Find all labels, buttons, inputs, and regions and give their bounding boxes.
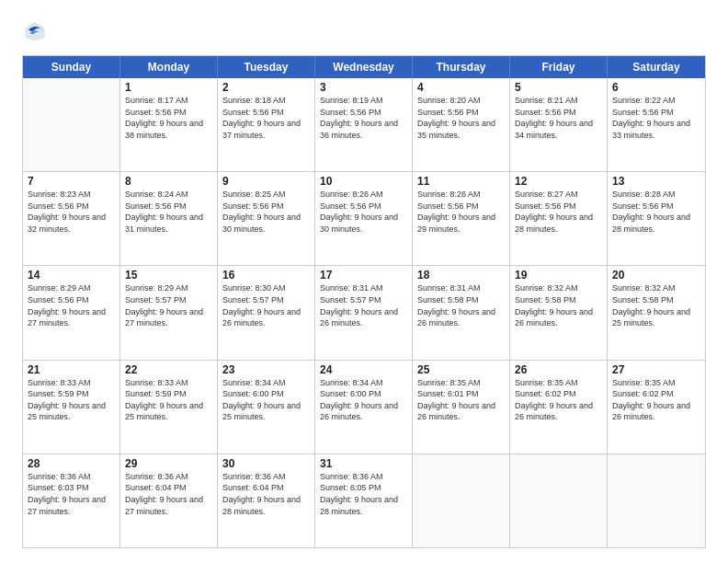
calendar-header-row: SundayMondayTuesdayWednesdayThursdayFrid… [23, 56, 705, 78]
cal-cell: 7Sunrise: 8:23 AMSunset: 5:56 PMDaylight… [23, 172, 120, 265]
cal-cell: 25Sunrise: 8:35 AMSunset: 6:01 PMDayligh… [413, 361, 510, 454]
sun-info: Sunrise: 8:33 AMSunset: 5:59 PMDaylight:… [125, 377, 212, 423]
day-number: 30 [222, 457, 310, 470]
sun-info: Sunrise: 8:32 AMSunset: 5:58 PMDaylight:… [515, 282, 602, 328]
sun-info: Sunrise: 8:26 AMSunset: 5:56 PMDaylight:… [320, 189, 407, 235]
sun-info: Sunrise: 8:27 AMSunset: 5:56 PMDaylight:… [515, 189, 602, 235]
day-number: 19 [515, 269, 602, 282]
cal-header-tuesday: Tuesday [218, 56, 315, 78]
day-number: 24 [320, 363, 407, 376]
day-number: 14 [28, 269, 115, 282]
cal-cell [23, 78, 120, 171]
cal-cell: 4Sunrise: 8:20 AMSunset: 5:56 PMDaylight… [413, 78, 510, 171]
cal-week-2: 7Sunrise: 8:23 AMSunset: 5:56 PMDaylight… [23, 171, 705, 265]
cal-cell: 17Sunrise: 8:31 AMSunset: 5:57 PMDayligh… [315, 266, 413, 359]
sun-info: Sunrise: 8:35 AMSunset: 6:02 PMDaylight:… [515, 377, 602, 423]
cal-week-1: 1Sunrise: 8:17 AMSunset: 5:56 PMDaylight… [23, 78, 705, 171]
day-number: 9 [222, 175, 310, 188]
cal-header-saturday: Saturday [608, 56, 705, 78]
day-number: 16 [222, 269, 310, 282]
cal-cell: 3Sunrise: 8:19 AMSunset: 5:56 PMDaylight… [315, 78, 413, 171]
day-number: 12 [515, 175, 602, 188]
cal-cell: 1Sunrise: 8:17 AMSunset: 5:56 PMDaylight… [120, 78, 218, 171]
sun-info: Sunrise: 8:34 AMSunset: 6:00 PMDaylight:… [222, 377, 310, 423]
sun-info: Sunrise: 8:36 AMSunset: 6:05 PMDaylight:… [320, 471, 407, 517]
day-number: 29 [125, 457, 212, 470]
sun-info: Sunrise: 8:23 AMSunset: 5:56 PMDaylight:… [28, 189, 115, 235]
cal-cell: 31Sunrise: 8:36 AMSunset: 6:05 PMDayligh… [315, 454, 413, 547]
day-number: 23 [222, 363, 310, 376]
sun-info: Sunrise: 8:28 AMSunset: 5:56 PMDaylight:… [612, 189, 700, 235]
calendar: SundayMondayTuesdayWednesdayThursdayFrid… [22, 55, 706, 548]
day-number: 1 [125, 81, 212, 94]
cal-cell [510, 454, 608, 547]
cal-cell: 15Sunrise: 8:29 AMSunset: 5:57 PMDayligh… [120, 266, 218, 359]
calendar-body: 1Sunrise: 8:17 AMSunset: 5:56 PMDaylight… [23, 78, 705, 547]
header [22, 18, 706, 44]
cal-cell: 30Sunrise: 8:36 AMSunset: 6:04 PMDayligh… [218, 454, 315, 547]
sun-info: Sunrise: 8:30 AMSunset: 5:57 PMDaylight:… [222, 282, 310, 328]
sun-info: Sunrise: 8:33 AMSunset: 5:59 PMDaylight:… [28, 377, 115, 423]
sun-info: Sunrise: 8:19 AMSunset: 5:56 PMDaylight:… [320, 95, 407, 141]
cal-header-thursday: Thursday [413, 56, 510, 78]
sun-info: Sunrise: 8:31 AMSunset: 5:58 PMDaylight:… [417, 282, 505, 328]
sun-info: Sunrise: 8:21 AMSunset: 5:56 PMDaylight:… [515, 95, 602, 141]
sun-info: Sunrise: 8:36 AMSunset: 6:04 PMDaylight:… [125, 471, 212, 517]
sun-info: Sunrise: 8:29 AMSunset: 5:56 PMDaylight:… [28, 282, 115, 328]
sun-info: Sunrise: 8:35 AMSunset: 6:02 PMDaylight:… [612, 377, 700, 423]
day-number: 8 [125, 175, 212, 188]
day-number: 11 [417, 175, 505, 188]
page: SundayMondayTuesdayWednesdayThursdayFrid… [0, 0, 728, 563]
cal-cell: 20Sunrise: 8:32 AMSunset: 5:58 PMDayligh… [608, 266, 705, 359]
day-number: 15 [125, 269, 212, 282]
day-number: 27 [612, 363, 700, 376]
day-number: 5 [515, 81, 602, 94]
cal-cell: 8Sunrise: 8:24 AMSunset: 5:56 PMDaylight… [120, 172, 218, 265]
day-number: 6 [612, 81, 700, 94]
day-number: 2 [222, 81, 310, 94]
day-number: 7 [28, 175, 115, 188]
cal-cell: 12Sunrise: 8:27 AMSunset: 5:56 PMDayligh… [510, 172, 608, 265]
sun-info: Sunrise: 8:20 AMSunset: 5:56 PMDaylight:… [417, 95, 505, 141]
day-number: 26 [515, 363, 602, 376]
cal-header-sunday: Sunday [23, 56, 120, 78]
cal-cell: 29Sunrise: 8:36 AMSunset: 6:04 PMDayligh… [120, 454, 218, 547]
cal-cell: 11Sunrise: 8:26 AMSunset: 5:56 PMDayligh… [413, 172, 510, 265]
cal-cell: 18Sunrise: 8:31 AMSunset: 5:58 PMDayligh… [413, 266, 510, 359]
day-number: 21 [28, 363, 115, 376]
day-number: 20 [612, 269, 700, 282]
cal-cell: 23Sunrise: 8:34 AMSunset: 6:00 PMDayligh… [218, 361, 315, 454]
cal-cell: 13Sunrise: 8:28 AMSunset: 5:56 PMDayligh… [608, 172, 705, 265]
cal-header-friday: Friday [510, 56, 608, 78]
cal-cell: 14Sunrise: 8:29 AMSunset: 5:56 PMDayligh… [23, 266, 120, 359]
day-number: 17 [320, 269, 407, 282]
cal-cell: 16Sunrise: 8:30 AMSunset: 5:57 PMDayligh… [218, 266, 315, 359]
cal-cell [608, 454, 705, 547]
cal-cell: 9Sunrise: 8:25 AMSunset: 5:56 PMDaylight… [218, 172, 315, 265]
cal-cell: 26Sunrise: 8:35 AMSunset: 6:02 PMDayligh… [510, 361, 608, 454]
sun-info: Sunrise: 8:22 AMSunset: 5:56 PMDaylight:… [612, 95, 700, 141]
sun-info: Sunrise: 8:34 AMSunset: 6:00 PMDaylight:… [320, 377, 407, 423]
sun-info: Sunrise: 8:18 AMSunset: 5:56 PMDaylight:… [222, 95, 310, 141]
day-number: 25 [417, 363, 505, 376]
sun-info: Sunrise: 8:31 AMSunset: 5:57 PMDaylight:… [320, 282, 407, 328]
day-number: 28 [28, 457, 115, 470]
day-number: 31 [320, 457, 407, 470]
cal-cell: 5Sunrise: 8:21 AMSunset: 5:56 PMDaylight… [510, 78, 608, 171]
day-number: 10 [320, 175, 407, 188]
day-number: 22 [125, 363, 212, 376]
sun-info: Sunrise: 8:26 AMSunset: 5:56 PMDaylight:… [417, 189, 505, 235]
sun-info: Sunrise: 8:25 AMSunset: 5:56 PMDaylight:… [222, 189, 310, 235]
sun-info: Sunrise: 8:29 AMSunset: 5:57 PMDaylight:… [125, 282, 212, 328]
day-number: 13 [612, 175, 700, 188]
cal-cell: 2Sunrise: 8:18 AMSunset: 5:56 PMDaylight… [218, 78, 315, 171]
cal-cell [413, 454, 510, 547]
cal-cell: 27Sunrise: 8:35 AMSunset: 6:02 PMDayligh… [608, 361, 705, 454]
cal-cell: 10Sunrise: 8:26 AMSunset: 5:56 PMDayligh… [315, 172, 413, 265]
cal-week-5: 28Sunrise: 8:36 AMSunset: 6:03 PMDayligh… [23, 454, 705, 547]
day-number: 4 [417, 81, 505, 94]
sun-info: Sunrise: 8:36 AMSunset: 6:03 PMDaylight:… [28, 471, 115, 517]
day-number: 3 [320, 81, 407, 94]
sun-info: Sunrise: 8:36 AMSunset: 6:04 PMDaylight:… [222, 471, 310, 517]
sun-info: Sunrise: 8:17 AMSunset: 5:56 PMDaylight:… [125, 95, 212, 141]
